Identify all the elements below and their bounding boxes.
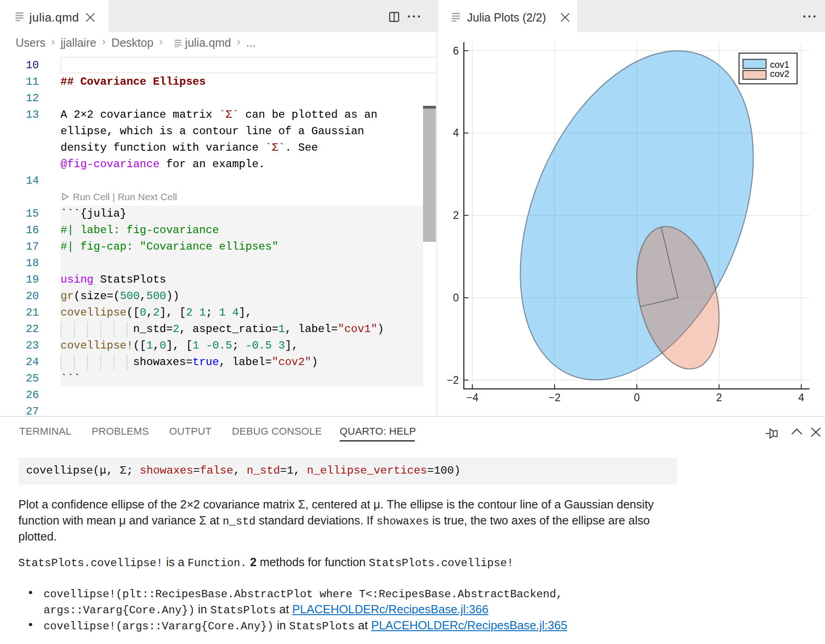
svg-text:0: 0 xyxy=(453,292,459,304)
svg-text:−2: −2 xyxy=(549,392,561,404)
svg-text:−2: −2 xyxy=(447,374,459,386)
svg-text:−4: −4 xyxy=(466,392,478,404)
svg-text:cov2: cov2 xyxy=(770,69,789,79)
svg-text:2: 2 xyxy=(453,209,459,221)
svg-text:4: 4 xyxy=(798,392,804,404)
svg-text:2: 2 xyxy=(716,392,722,404)
svg-text:4: 4 xyxy=(453,127,459,139)
svg-text:cov1: cov1 xyxy=(770,60,789,70)
svg-text:6: 6 xyxy=(453,45,459,57)
svg-text:0: 0 xyxy=(634,392,640,404)
